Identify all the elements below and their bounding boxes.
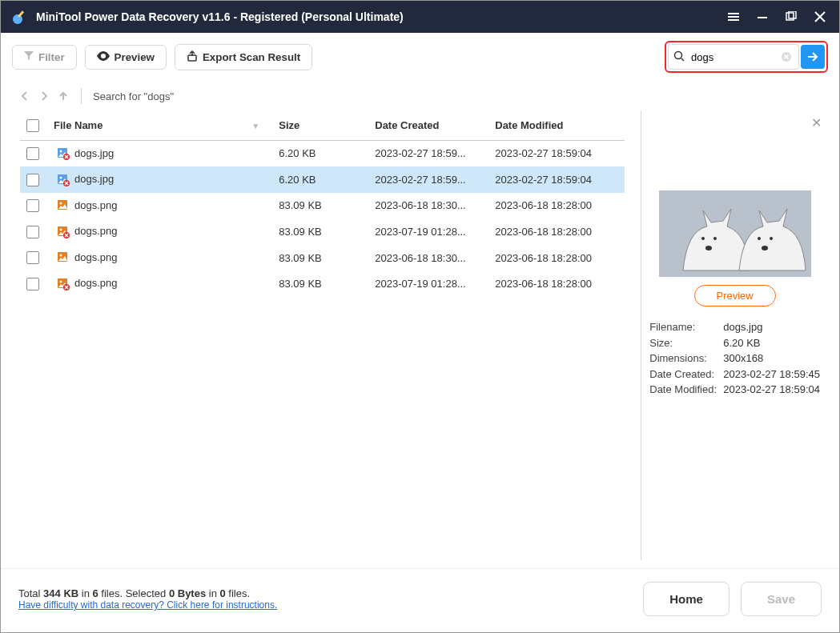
file-type-icon (57, 251, 70, 264)
search-box (668, 44, 799, 70)
file-modified: 2023-06-18 18:28:00 (488, 193, 625, 219)
nav-up-button[interactable] (57, 90, 70, 102)
save-button[interactable]: Save (741, 582, 822, 616)
svg-line-12 (681, 58, 684, 61)
minimize-button[interactable] (751, 6, 774, 28)
table-row[interactable]: dogs.png 83.09 KB 2023-06-18 18:30... 20… (20, 193, 625, 219)
meta-label-modified: Date Modified: (649, 382, 723, 398)
meta-value-modified: 2023-02-27 18:59:04 (723, 382, 820, 398)
close-button[interactable] (809, 6, 831, 28)
svg-rect-2 (728, 13, 739, 14)
svg-rect-10 (188, 55, 196, 61)
file-created: 2023-02-27 18:59... (368, 140, 488, 166)
meta-label-created: Date Created: (649, 367, 723, 383)
file-name: dogs.png (74, 277, 118, 289)
svg-point-22 (60, 176, 62, 178)
preview-open-button[interactable]: Preview (694, 285, 776, 306)
svg-point-43 (705, 246, 712, 250)
file-created: 2023-02-27 18:59... (368, 166, 488, 193)
svg-point-29 (60, 228, 62, 230)
file-name: dogs.png (74, 225, 118, 237)
title-bar: MiniTool Power Data Recovery v11.6 - Reg… (1, 1, 839, 33)
svg-point-36 (60, 280, 62, 282)
meta-value-size: 6.20 KB (723, 335, 820, 351)
eye-icon (97, 51, 110, 63)
table-row[interactable]: dogs.png 83.09 KB 2023-07-19 01:28... 20… (20, 270, 625, 297)
maximize-button[interactable] (780, 6, 802, 28)
row-checkbox[interactable] (26, 147, 39, 160)
file-table: File Name▼ Size Date Created Date Modifi… (20, 110, 625, 297)
file-created: 2023-07-19 01:28... (368, 270, 488, 297)
svg-point-17 (60, 150, 62, 153)
window-title: MiniTool Power Data Recovery v11.6 - Reg… (36, 10, 716, 23)
file-modified: 2023-02-27 18:59:04 (488, 166, 625, 193)
table-row[interactable]: dogs.jpg 6.20 KB 2023-02-27 18:59... 202… (20, 140, 625, 166)
file-type-icon (57, 199, 70, 212)
search-submit-button[interactable] (801, 45, 825, 69)
row-checkbox[interactable] (26, 226, 39, 238)
breadcrumb: Search for "dogs" (93, 90, 174, 102)
meta-label-dimensions: Dimensions: (649, 351, 723, 367)
table-row[interactable]: dogs.png 83.09 KB 2023-07-19 01:28... 20… (20, 218, 625, 245)
preview-meta: Filename:dogs.jpg Size:6.20 KB Dimension… (649, 319, 820, 398)
header-created[interactable]: Date Created (368, 110, 488, 140)
file-list-pane: File Name▼ Size Date Created Date Modifi… (12, 110, 633, 560)
search-input[interactable] (689, 50, 779, 64)
table-row[interactable]: dogs.jpg 6.20 KB 2023-02-27 18:59... 202… (20, 166, 625, 193)
nav-row: Search for "dogs" (1, 82, 839, 110)
file-size: 83.09 KB (272, 193, 368, 219)
meta-label-filename: Filename: (649, 319, 723, 335)
select-all-checkbox[interactable] (26, 119, 39, 132)
export-button[interactable]: Export Scan Result (175, 44, 312, 70)
file-type-icon (57, 174, 70, 186)
preview-pane: ✕ Preview Filename:dogs.jpg (641, 110, 828, 560)
file-size: 6.20 KB (272, 140, 368, 166)
row-checkbox[interactable] (26, 278, 39, 290)
status-text: Total 344 KB in 6 files. Selected 0 Byte… (18, 587, 277, 599)
file-created: 2023-06-18 18:30... (368, 193, 488, 219)
filter-icon (24, 51, 34, 63)
svg-point-34 (60, 254, 62, 257)
file-type-icon (57, 278, 70, 290)
svg-rect-5 (758, 17, 767, 18)
header-size[interactable]: Size (272, 110, 368, 140)
svg-rect-4 (728, 19, 739, 21)
help-link[interactable]: Have difficulty with data recovery? Clic… (18, 599, 277, 611)
svg-point-41 (701, 237, 705, 240)
preview-thumbnail (659, 190, 811, 277)
svg-point-27 (60, 202, 62, 205)
svg-point-45 (770, 237, 773, 240)
nav-back-button[interactable] (18, 90, 31, 102)
home-button[interactable]: Home (643, 582, 729, 616)
file-created: 2023-06-18 18:30... (368, 245, 488, 271)
export-icon (187, 50, 198, 64)
header-modified[interactable]: Date Modified (488, 110, 625, 140)
row-checkbox[interactable] (26, 174, 39, 186)
svg-point-44 (758, 237, 761, 240)
menu-button[interactable] (722, 6, 745, 28)
file-name: dogs.jpg (74, 173, 114, 185)
footer: Total 344 KB in 6 files. Selected 0 Byte… (1, 568, 839, 632)
file-modified: 2023-06-18 18:28:00 (488, 245, 625, 271)
file-name: dogs.jpg (74, 147, 114, 159)
preview-button[interactable]: Preview (85, 45, 167, 70)
search-highlight (665, 41, 828, 73)
file-size: 83.09 KB (272, 270, 368, 297)
file-type-icon (57, 147, 70, 160)
meta-value-created: 2023-02-27 18:59:45 (723, 367, 820, 383)
row-checkbox[interactable] (26, 199, 39, 212)
svg-point-46 (762, 246, 768, 250)
filter-button[interactable]: Filter (12, 45, 77, 70)
svg-point-11 (675, 51, 682, 58)
close-preview-button[interactable]: ✕ (811, 115, 822, 130)
header-checkbox-col[interactable] (20, 110, 47, 140)
nav-forward-button[interactable] (38, 90, 50, 102)
clear-search-icon[interactable] (779, 51, 794, 62)
header-name[interactable]: File Name▼ (47, 110, 272, 140)
content-area: File Name▼ Size Date Created Date Modifi… (1, 110, 839, 571)
app-logo-icon (12, 9, 28, 25)
sort-desc-icon: ▼ (251, 122, 259, 130)
file-modified: 2023-02-27 18:59:04 (488, 140, 625, 166)
table-row[interactable]: dogs.png 83.09 KB 2023-06-18 18:30... 20… (20, 245, 625, 271)
row-checkbox[interactable] (26, 251, 39, 264)
